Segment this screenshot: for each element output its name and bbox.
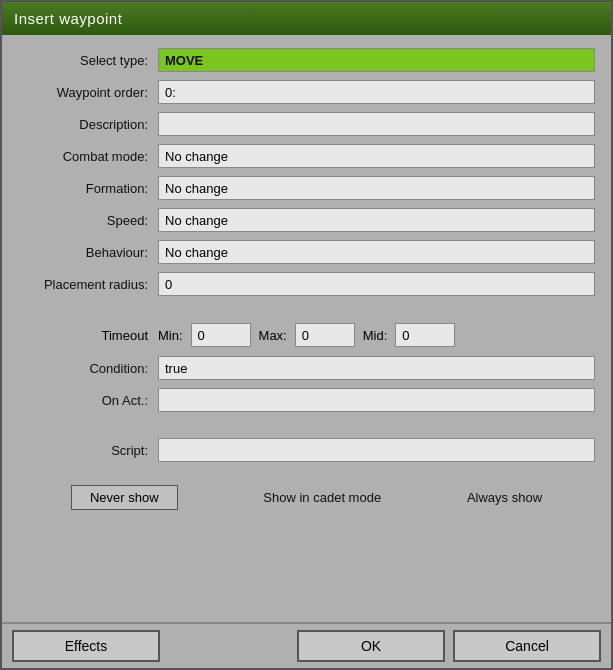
waypoint-order-label: Waypoint order:: [18, 85, 158, 100]
timeout-min-label: Min:: [158, 328, 183, 343]
select-type-row: Select type:: [18, 47, 595, 73]
combat-mode-label: Combat mode:: [18, 149, 158, 164]
script-row: Script:: [18, 437, 595, 463]
window-title: Insert waypoint: [14, 10, 122, 27]
insert-waypoint-window: Insert waypoint Select type: Waypoint or…: [0, 0, 613, 670]
waypoint-order-input[interactable]: [158, 80, 595, 104]
divider2: [18, 419, 595, 431]
always-show-text: Always show: [467, 490, 542, 505]
behaviour-input[interactable]: [158, 240, 595, 264]
formation-input[interactable]: [158, 176, 595, 200]
combat-mode-input[interactable]: [158, 144, 595, 168]
form-content: Select type: Waypoint order: Description…: [2, 35, 611, 622]
description-label: Description:: [18, 117, 158, 132]
speed-input[interactable]: [158, 208, 595, 232]
show-buttons-row: Never show Show in cadet mode Always sho…: [18, 475, 595, 516]
placement-radius-label: Placement radius:: [18, 277, 158, 292]
show-in-cadet-mode-text: Show in cadet mode: [263, 490, 381, 505]
description-row: Description:: [18, 111, 595, 137]
speed-row: Speed:: [18, 207, 595, 233]
placement-radius-input[interactable]: [158, 272, 595, 296]
behaviour-row: Behaviour:: [18, 239, 595, 265]
timeout-mid-label: Mid:: [363, 328, 388, 343]
waypoint-order-row: Waypoint order:: [18, 79, 595, 105]
effects-button[interactable]: Effects: [12, 630, 160, 662]
condition-row: Condition:: [18, 355, 595, 381]
title-bar: Insert waypoint: [2, 2, 611, 35]
timeout-label: Timeout: [18, 328, 158, 343]
footer-bar: Effects OK Cancel: [2, 622, 611, 668]
formation-label: Formation:: [18, 181, 158, 196]
speed-label: Speed:: [18, 213, 158, 228]
timeout-row: Timeout Min: Max: Mid:: [18, 321, 595, 349]
condition-label: Condition:: [18, 361, 158, 376]
description-input[interactable]: [158, 112, 595, 136]
never-show-button[interactable]: Never show: [71, 485, 178, 510]
timeout-max-input[interactable]: [295, 323, 355, 347]
condition-input[interactable]: [158, 356, 595, 380]
select-type-input[interactable]: [158, 48, 595, 72]
timeout-mid-input[interactable]: [395, 323, 455, 347]
on-act-row: On Act.:: [18, 387, 595, 413]
timeout-max-label: Max:: [259, 328, 287, 343]
timeout-min-input[interactable]: [191, 323, 251, 347]
cancel-button[interactable]: Cancel: [453, 630, 601, 662]
select-type-label: Select type:: [18, 53, 158, 68]
formation-row: Formation:: [18, 175, 595, 201]
script-input[interactable]: [158, 438, 595, 462]
ok-button[interactable]: OK: [297, 630, 445, 662]
on-act-label: On Act.:: [18, 393, 158, 408]
behaviour-label: Behaviour:: [18, 245, 158, 260]
timeout-group: Min: Max: Mid:: [158, 323, 595, 347]
placement-radius-row: Placement radius:: [18, 271, 595, 297]
on-act-input[interactable]: [158, 388, 595, 412]
combat-mode-row: Combat mode:: [18, 143, 595, 169]
script-label: Script:: [18, 443, 158, 458]
divider1: [18, 303, 595, 315]
